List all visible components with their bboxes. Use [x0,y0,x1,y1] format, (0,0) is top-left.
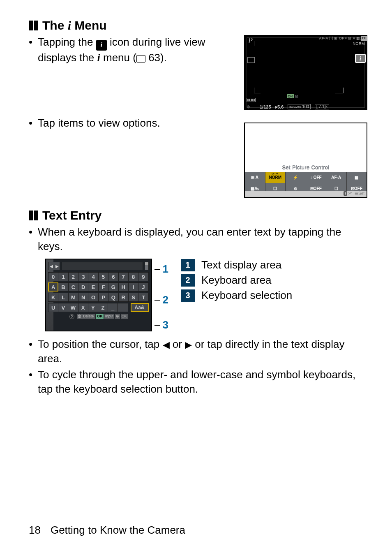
fx-badge-icon: FX [361,36,367,41]
cursor-right-icon[interactable]: ▶ [54,262,60,270]
keyboard-key[interactable]: H [118,282,129,292]
keyboard-legend: 1 Text display area 2 Keyboard area 3 Ke… [181,259,367,304]
keyboard-key[interactable]: L [58,293,68,302]
section-title: Getting to Know the Camera [51,524,185,537]
text-display-area[interactable]: ________________ [62,262,143,270]
keyboard-key[interactable]: D [78,282,88,292]
ok-hint: OK [96,314,104,319]
spc-cell[interactable]: ⚡ [286,172,306,183]
i-menu-button[interactable]: i [355,54,366,63]
keyboard-key[interactable]: 2 [68,272,78,281]
keyboard-spacer [118,303,128,312]
cursor-arrows[interactable]: ◀▶ [48,262,60,270]
cursor-left-icon[interactable]: ◀ [48,262,54,270]
imenu-bullet-1: • Tapping the i icon during live view di… [29,35,236,65]
keyboard-key[interactable]: 5 [98,272,108,281]
keyboard-key[interactable]: S [128,293,138,302]
keyboard-key[interactable]: R [118,293,129,302]
textentry-intro: • When a keyboard is displayed, you can … [29,225,367,254]
page-ref-icon [136,55,145,62]
keyboard-key[interactable]: 8 [128,272,138,281]
iso-value: ISO AUTO 100 [288,104,311,109]
spc-cell[interactable]: AF-A [326,172,347,183]
keyboard-key[interactable]: 6 [108,272,118,281]
spc-cell[interactable]: ⊞ A [245,172,265,183]
keyboard-key[interactable]: 4 [88,272,98,281]
keyboard-key[interactable]: 1 [58,272,68,281]
keyboard-key[interactable]: E [88,282,98,292]
spc-cell[interactable]: ▦ [347,172,367,183]
help-icon: ? [69,314,74,319]
keyboard-key-selected[interactable]: A [48,282,58,292]
camera-lcd-liveview: P AF-A [·] ⊞ OFF ⊟ A ▦A₀ FX NORM i OK ⊡ … [244,35,367,110]
keyboard-footer: ? 🗑 Delete OKInput ⊕OK [48,314,149,319]
scrollbar-icon[interactable] [145,262,149,270]
keyboard-key[interactable]: 3 [78,272,88,281]
keyboard-key[interactable]: V [58,303,68,312]
keyboard-selection-button[interactable]: Aa& [131,303,149,312]
spc-title: Set Picture Control [245,164,367,170]
mode-indicator: P [248,37,253,45]
legend-text-3: Keyboard selection [201,289,292,302]
keyboard-key[interactable]: C [68,282,78,292]
delete-hint: 🗑 Delete [77,314,96,319]
spc-cell-selected[interactable]: QUALNORM [265,172,286,183]
i-menu-icon: i [96,40,107,51]
keyboard-screen: ◀▶ ________________ 0 1 2 3 4 5 6 7 8 9 [45,259,152,331]
norm-badge: NORM [353,42,365,46]
page-footer: 18 Getting to Know the Camera [29,524,185,537]
keyboard-row-1: A B C D E F G H I J [48,282,149,292]
heading-imenu: The i Menu [29,19,367,32]
keyboard-key[interactable]: W [68,303,78,312]
keyboard-key[interactable]: Q [108,293,118,302]
lcd-bottom-bar: 1/125 F5.6 ISO AUTO 100 [ 7.1]k [260,104,365,109]
keyboard-key[interactable]: Z [98,303,108,312]
imenu-bullet-2: • Tap items to view options. [29,116,236,130]
keyboard-key[interactable]: 7 [118,272,129,281]
input-hint: Input [104,314,114,319]
shutter-value: 1/125 [260,104,271,109]
aperture-value: F5.6 [275,104,284,109]
keyboard-key[interactable]: B [58,282,68,292]
keyboard-key[interactable]: _ [108,303,118,312]
heading-imenu-text: The i Menu [42,19,107,32]
keyboard-key[interactable]: G [108,282,118,292]
i-chip-icon: i [344,191,347,196]
legend-num-3: 3 [181,289,195,302]
keyboard-key[interactable]: P [98,293,108,302]
heading-marker-icon [29,211,38,220]
callout-1-icon: 1 [163,263,168,275]
lcd-left-icon [247,57,255,63]
keyboard-key[interactable]: X [78,303,88,312]
keyboard-row-0: 0 1 2 3 4 5 6 7 8 9 [48,272,149,281]
keyboard-key[interactable]: I [128,282,138,292]
keyboard-key[interactable]: N [78,293,88,302]
legend-num-2: 2 [181,274,195,287]
callout-3-icon: 3 [163,319,168,331]
keyboard-key[interactable]: K [48,293,58,302]
lcd-ok-hint: OK ⊡ [287,94,298,98]
magnify-hint: ⊕ [115,314,120,319]
page-number: 18 [29,524,41,537]
keyboard-key[interactable]: O [88,293,98,302]
keyboard-callouts: 1 2 3 [152,259,168,331]
keyboard-key[interactable]: T [138,293,148,302]
heading-marker-icon [29,21,38,30]
settings-icon: ⊚ [247,104,250,109]
keyboard-row-2: K L M N O P Q R S T [48,293,149,302]
keyboard-key[interactable]: 9 [138,272,148,281]
keyboard-key[interactable]: J [138,282,148,292]
keyboard-key[interactable]: U [48,303,58,312]
keyboard-key[interactable]: Y [88,303,98,312]
legend-text-2: Keyboard area [201,274,272,287]
keyboard-key[interactable]: 0 [48,272,58,281]
heading-textentry: Text Entry [29,208,367,222]
lcd-top-icons: AF-A [·] ⊞ OFF ⊟ A ▦A₀ [319,36,365,40]
ok-end-hint: OK [121,314,128,319]
spc-cell[interactable]: ↕ OFF [306,172,327,183]
heading-textentry-text: Text Entry [42,208,101,222]
keyboard-key[interactable]: M [68,293,78,302]
legend-num-1: 1 [181,259,195,271]
shots-remaining: [ 7.1]k [315,104,329,109]
keyboard-key[interactable]: F [98,282,108,292]
